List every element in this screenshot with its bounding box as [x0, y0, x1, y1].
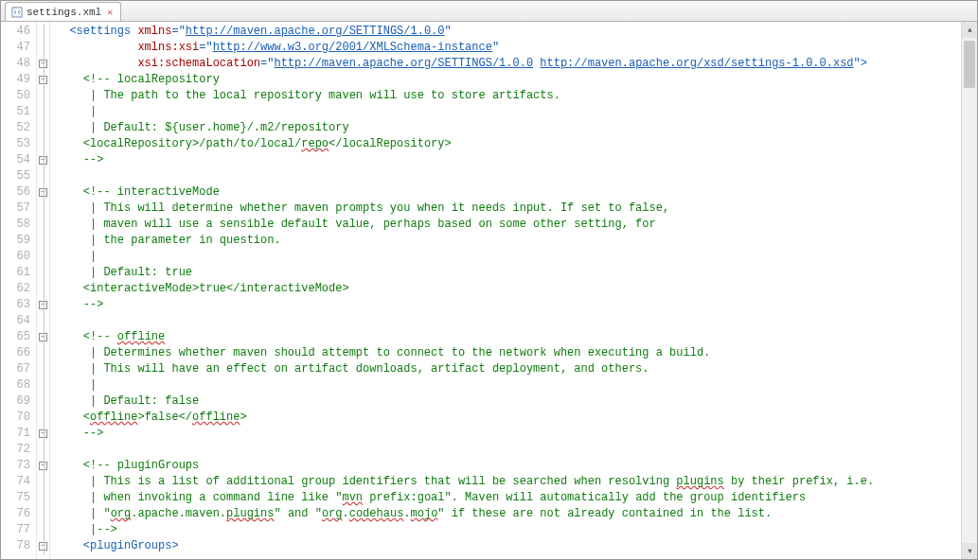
close-icon[interactable]: ✕ — [105, 8, 115, 17]
tab-bar: settings.xml ✕ — [1, 1, 977, 22]
line-number: 47 — [1, 40, 30, 56]
code-line: <interactiveMode>true</interactiveMode> — [56, 281, 977, 297]
fold-row — [37, 217, 49, 233]
code-area[interactable]: <settings xmlns="http://maven.apache.org… — [50, 22, 977, 559]
line-number: 76 — [1, 506, 30, 522]
fold-row — [37, 410, 49, 426]
code-line: | when invoking a command line like "mvn… — [56, 490, 977, 506]
code-line: | Default: true — [56, 265, 977, 281]
line-number: 70 — [1, 410, 30, 426]
line-number: 53 — [1, 136, 30, 152]
scroll-up-button[interactable]: ▲ — [962, 22, 978, 38]
fold-row: − — [37, 72, 49, 88]
code-line: | Default: ${user.home}/.m2/repository — [56, 120, 977, 136]
line-number: 74 — [1, 474, 30, 490]
fold-row: − — [37, 426, 49, 442]
line-number: 69 — [1, 394, 30, 410]
code-line: --> — [56, 152, 977, 168]
line-number: 66 — [1, 345, 30, 361]
line-number: 51 — [1, 104, 30, 120]
fold-row — [37, 88, 49, 104]
fold-row — [37, 265, 49, 281]
code-line: | maven will use a sensible default valu… — [56, 217, 977, 233]
line-number-gutter: 4647484950515253545556575859606162636465… — [1, 22, 37, 559]
line-number: 67 — [1, 361, 30, 377]
code-line: <!-- pluginGroups — [56, 458, 977, 474]
fold-row — [37, 233, 49, 249]
fold-row — [37, 442, 49, 458]
fold-row — [37, 40, 49, 56]
code-line: | — [56, 104, 977, 120]
fold-row — [37, 24, 49, 40]
line-number: 61 — [1, 265, 30, 281]
fold-row — [37, 249, 49, 265]
line-number: 63 — [1, 297, 30, 313]
line-number: 48 — [1, 56, 30, 72]
tab-label: settings.xml — [27, 7, 101, 18]
code-line: <!-- offline — [56, 329, 977, 345]
line-number: 50 — [1, 88, 30, 104]
code-line: <!-- localRepository — [56, 72, 977, 88]
line-number: 52 — [1, 120, 30, 136]
line-number: 55 — [1, 168, 30, 184]
vertical-scrollbar[interactable]: ▲ ▼ — [961, 22, 977, 559]
fold-row: − — [37, 56, 49, 72]
tab-settings-xml[interactable]: settings.xml ✕ — [5, 2, 121, 21]
line-number: 58 — [1, 217, 30, 233]
fold-row: − — [37, 184, 49, 201]
code-line — [56, 168, 977, 184]
code-line: <pluginGroups> — [56, 538, 977, 554]
fold-row — [37, 474, 49, 490]
line-number: 46 — [1, 24, 30, 40]
fold-strip: −−−−−−−−− — [37, 22, 50, 559]
code-line: | Default: false — [56, 394, 977, 410]
code-line: <offline>false</offline> — [56, 410, 977, 426]
scroll-thumb[interactable] — [964, 41, 975, 88]
fold-row — [37, 377, 49, 394]
fold-row — [37, 345, 49, 361]
fold-row — [37, 361, 49, 377]
line-number: 65 — [1, 329, 30, 345]
line-number: 49 — [1, 72, 30, 88]
xml-file-icon — [11, 7, 23, 18]
fold-row — [37, 490, 49, 506]
fold-row — [37, 168, 49, 184]
fold-row — [37, 201, 49, 217]
code-line: <settings xmlns="http://maven.apache.org… — [56, 24, 977, 40]
line-number: 77 — [1, 522, 30, 538]
code-line: | This will determine whether maven prom… — [56, 201, 977, 217]
fold-row — [37, 281, 49, 297]
fold-row: − — [37, 538, 49, 554]
line-number: 60 — [1, 249, 30, 265]
code-line — [56, 442, 977, 458]
fold-row — [37, 120, 49, 136]
code-editor: 4647484950515253545556575859606162636465… — [1, 22, 977, 559]
code-line: | This is a list of additional group ide… — [56, 474, 977, 490]
line-number: 78 — [1, 538, 30, 554]
line-number: 62 — [1, 281, 30, 297]
code-line: | the parameter in question. — [56, 233, 977, 249]
fold-row — [37, 104, 49, 120]
code-line: | Determines whether maven should attemp… — [56, 345, 977, 361]
code-line: | — [56, 377, 977, 394]
code-line: xmlns:xsi="http://www.w3.org/2001/XMLSch… — [56, 40, 977, 56]
line-number: 59 — [1, 233, 30, 249]
line-number: 72 — [1, 442, 30, 458]
fold-row — [37, 394, 49, 410]
code-line: | The path to the local repository maven… — [56, 88, 977, 104]
svg-rect-0 — [12, 8, 22, 17]
line-number: 68 — [1, 377, 30, 394]
line-number: 75 — [1, 490, 30, 506]
code-line — [56, 313, 977, 329]
line-number: 57 — [1, 201, 30, 217]
fold-row: − — [37, 297, 49, 313]
code-line: | "org.apache.maven.plugins" and "org.co… — [56, 506, 977, 522]
fold-row — [37, 313, 49, 329]
code-line: | This will have an effect on artifact d… — [56, 361, 977, 377]
scroll-down-button[interactable]: ▼ — [962, 543, 978, 559]
code-line: <!-- interactiveMode — [56, 184, 977, 201]
code-line: | — [56, 249, 977, 265]
line-number: 56 — [1, 184, 30, 201]
fold-row — [37, 522, 49, 538]
code-line: <localRepository>/path/to/local/repo</lo… — [56, 136, 977, 152]
